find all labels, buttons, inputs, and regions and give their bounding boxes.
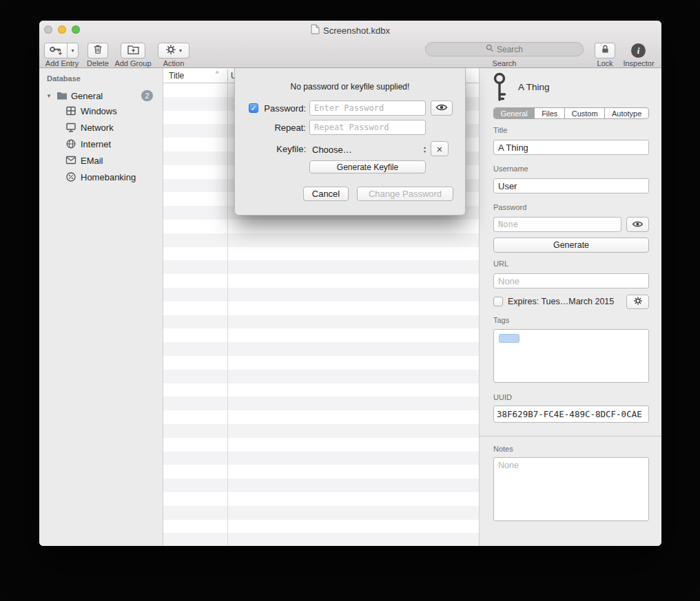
tab-files[interactable]: Files <box>535 108 565 118</box>
document-icon <box>311 24 320 36</box>
window-title: Screenshot.kdbx <box>323 25 390 36</box>
lock-button[interactable] <box>595 43 615 59</box>
dialog-repeat-input[interactable] <box>309 120 426 135</box>
sidebar-item-homebanking[interactable]: Homebanking <box>39 169 163 185</box>
globe-icon <box>65 138 76 151</box>
add-entry-label: Add Entry <box>39 59 85 67</box>
action-button[interactable]: ▾ <box>158 43 189 59</box>
title-field[interactable] <box>493 140 649 155</box>
sidebar-item-label: EMail <box>81 156 103 166</box>
change-password-sheet: No password or keyfile supplied! ✓ Passw… <box>234 68 466 215</box>
sidebar-item-general[interactable]: ▼ General 2 <box>39 87 163 104</box>
generate-password-button[interactable]: Generate <box>493 238 649 253</box>
key-plus-icon <box>45 43 68 58</box>
group-sidebar: Database ▼ General 2 Windows Networ <box>39 68 163 546</box>
folder-icon <box>56 91 68 102</box>
show-password-button[interactable] <box>626 217 649 232</box>
url-field[interactable] <box>493 273 649 288</box>
search-input[interactable]: Search <box>425 42 584 56</box>
sidebar-section-header: Database <box>47 74 81 83</box>
username-field-label: Username <box>493 165 528 173</box>
trash-icon <box>92 43 103 58</box>
inspector-panel: A Thing General Files Custom Autotype Ti… <box>479 68 661 546</box>
tab-general[interactable]: General <box>494 108 535 118</box>
cancel-button[interactable]: Cancel <box>303 187 349 201</box>
notes-field-label: Notes <box>493 445 513 453</box>
add-group-button[interactable] <box>121 43 145 59</box>
add-group-label: Add Group <box>111 59 155 67</box>
disclosure-triangle-icon[interactable]: ▼ <box>46 93 52 99</box>
window-title-row: Screenshot.kdbx <box>39 24 661 36</box>
expires-checkbox[interactable] <box>493 297 503 306</box>
entry-title: A Thing <box>518 82 550 92</box>
keyfile-popup-value: Choose… <box>312 145 352 155</box>
gear-icon <box>165 44 176 58</box>
sidebar-item-windows[interactable]: Windows <box>39 103 163 119</box>
tags-field[interactable] <box>493 329 649 383</box>
search-placeholder: Search <box>497 45 523 54</box>
sidebar-item-label: General <box>71 91 103 101</box>
gear-icon <box>633 296 643 308</box>
dialog-password-input[interactable] <box>309 101 426 116</box>
search-label: Search <box>480 59 528 67</box>
sidebar-item-label: Windows <box>81 106 117 116</box>
eye-icon <box>632 218 644 231</box>
eye-icon <box>435 103 448 114</box>
column-divider <box>227 83 228 546</box>
column-header-title[interactable]: Title <box>169 71 184 81</box>
percent-coin-icon <box>65 171 76 184</box>
monitor-icon <box>65 122 76 135</box>
sheet-message: No password or keyfile supplied! <box>235 82 465 92</box>
clear-keyfile-button[interactable]: × <box>431 141 449 156</box>
title-field-label: Title <box>493 126 507 134</box>
add-entry-button[interactable]: ▾ <box>44 43 79 59</box>
macpass-window: Screenshot.kdbx ▾ Add Entry Delete <box>39 21 661 546</box>
lock-icon <box>601 44 610 57</box>
windows-icon <box>65 105 76 118</box>
section-divider <box>480 436 661 436</box>
url-field-label: URL <box>493 260 508 268</box>
action-label: Action <box>154 59 193 67</box>
sidebar-item-label: Homebanking <box>81 172 136 182</box>
sidebar-item-label: Internet <box>81 139 111 149</box>
popup-stepper-icon: ▲ ▼ <box>423 146 426 154</box>
expires-settings-button[interactable] <box>626 295 649 309</box>
inspector-tabs: General Files Custom Autotype <box>493 107 649 119</box>
tab-autotype[interactable]: Autotype <box>605 108 648 118</box>
inspector-toggle-button[interactable]: i <box>631 43 646 58</box>
uuid-field[interactable] <box>493 405 649 423</box>
keyfile-popup-button[interactable]: Choose… ▲ ▼ <box>312 142 426 157</box>
window-header: Screenshot.kdbx ▾ Add Entry Delete <box>39 21 661 68</box>
dialog-password-label: Password: <box>264 103 306 114</box>
password-enabled-checkbox[interactable]: ✓ <box>249 103 258 113</box>
tab-custom[interactable]: Custom <box>565 108 605 118</box>
delete-button[interactable] <box>88 43 108 59</box>
password-field-label: Password <box>493 203 526 211</box>
uuid-field-label: UUID <box>493 393 512 401</box>
close-x-icon: × <box>437 143 443 155</box>
envelope-icon <box>65 156 76 167</box>
sort-ascending-icon: ^ <box>216 70 218 77</box>
change-password-button[interactable]: Change Password <box>357 187 453 201</box>
show-password-button[interactable] <box>431 101 453 116</box>
search-icon <box>486 44 494 54</box>
tag-chip[interactable] <box>499 334 519 343</box>
tags-field-label: Tags <box>493 316 509 324</box>
sidebar-item-network[interactable]: Network <box>39 119 163 136</box>
dialog-repeat-label: Repeat: <box>264 123 306 133</box>
generate-keyfile-button[interactable]: Generate Keyfile <box>309 160 426 173</box>
desktop: Screenshot.kdbx ▾ Add Entry Delete <box>0 0 700 601</box>
sidebar-item-label: Network <box>81 123 114 133</box>
notes-field[interactable] <box>493 457 649 521</box>
chevron-down-icon: ▾ <box>179 48 182 54</box>
column-divider[interactable] <box>227 70 228 82</box>
sidebar-item-email[interactable]: EMail <box>39 152 163 169</box>
expires-label: Expires: Tues…March 2015 <box>508 297 614 306</box>
folder-plus-icon <box>127 44 140 57</box>
username-field[interactable] <box>493 178 649 193</box>
password-field[interactable] <box>493 217 621 232</box>
dialog-keyfile-label: Keyfile: <box>264 144 306 154</box>
inspector-label: Inspector <box>615 59 661 67</box>
sidebar-item-internet[interactable]: Internet <box>39 136 163 152</box>
chevron-down-icon: ▾ <box>68 43 78 58</box>
